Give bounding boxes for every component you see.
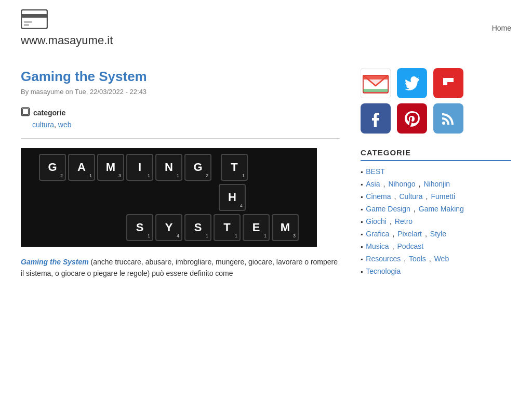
category-links: cultura, web	[32, 121, 340, 129]
sidebar-cat-giochi: Giochi, Retro	[361, 217, 511, 225]
tile-G1: G2	[39, 154, 66, 181]
categories-label: categorie	[33, 109, 65, 117]
site-header: www.masayume.it Home	[0, 0, 532, 52]
svg-rect-12	[363, 89, 388, 92]
tile-S1: S1	[126, 214, 153, 241]
svg-rect-5	[23, 109, 29, 115]
site-nav: Home	[492, 24, 511, 33]
sidebar-cat-link-resources[interactable]: Resources	[366, 255, 401, 263]
sidebar-categories-title: CATEGORIE	[361, 148, 511, 161]
tile-A: A1	[68, 154, 95, 181]
sidebar-categories: CATEGORIE BEST Asia, Nihongo, Nihonjin C…	[361, 148, 511, 275]
article-image: G2 A1 M3 I1 N1 G2 T1 H4 S1 Y4	[21, 148, 317, 247]
sidebar-cat-link-asia[interactable]: Asia	[366, 180, 380, 188]
sidebar-cat-link-giochi[interactable]: Giochi	[366, 217, 387, 225]
tile-M2: M3	[272, 214, 299, 241]
sidebar-cat-link-grafica[interactable]: Grafica	[366, 230, 389, 238]
svg-rect-2	[24, 21, 32, 23]
category-link-cultura[interactable]: cultura	[32, 121, 54, 129]
sidebar-cat-link-nihongo[interactable]: Nihongo	[388, 180, 415, 188]
article-categories: categorie	[21, 107, 340, 118]
logo-area: www.masayume.it	[21, 9, 113, 47]
nav-home[interactable]: Home	[492, 24, 511, 32]
scrabble-row-h: H4	[219, 184, 246, 211]
social-icon-pinterest[interactable]	[397, 103, 427, 134]
sidebar-cat-link-best[interactable]: BEST	[366, 167, 385, 176]
tile-I: I1	[126, 154, 153, 181]
social-icon-flipboard[interactable]	[433, 68, 463, 98]
sidebar-cat-link-gamedesign[interactable]: Game Design	[366, 205, 410, 213]
svg-point-14	[442, 122, 445, 125]
categories-icon	[21, 107, 30, 118]
sidebar-cat-link-retro[interactable]: Retro	[395, 217, 413, 225]
article-title: Gaming the System	[21, 68, 340, 85]
social-grid	[361, 68, 511, 134]
sidebar-cat-link-gamemaking[interactable]: Game Making	[419, 205, 464, 213]
sidebar-cat-gamedesign: Game Design, Game Making	[361, 205, 511, 213]
article-divider	[21, 138, 340, 139]
sidebar-cat-link-cinema[interactable]: Cinema	[366, 192, 391, 201]
article-text-title: Gaming the System	[21, 258, 89, 266]
site-url: www.masayume.it	[21, 34, 113, 47]
sidebar-cat-link-pixelart[interactable]: Pixelart	[397, 230, 422, 238]
social-icon-rss[interactable]	[433, 103, 463, 134]
article-title-link[interactable]: Gaming the System	[21, 69, 147, 84]
sidebar-category-list: BEST Asia, Nihongo, Nihonjin Cinema, Cul…	[361, 167, 511, 275]
sidebar-cat-tecnologia: Tecnologia	[361, 267, 511, 275]
sidebar-cat-link-podcast[interactable]: Podcast	[397, 242, 424, 250]
sidebar-cat-link-nihonjin[interactable]: Nihonjin	[423, 180, 450, 188]
svg-rect-1	[21, 14, 47, 18]
tile-Y: Y4	[155, 214, 182, 241]
sidebar: CATEGORIE BEST Asia, Nihongo, Nihonjin C…	[361, 68, 511, 280]
tile-H: H4	[219, 184, 246, 211]
sidebar-cat-link-tecnologia[interactable]: Tecnologia	[366, 267, 401, 275]
scrabble-row-1: G2 A1 M3 I1 N1 G2 T1	[39, 154, 248, 181]
scrabble-row-2: S1 Y4 S1 T1 E1 M3	[126, 214, 299, 241]
sidebar-cat-link-tools[interactable]: Tools	[409, 255, 426, 263]
tile-S2: S1	[184, 214, 211, 241]
sidebar-cat-grafica: Grafica, Pixelart, Style	[361, 230, 511, 238]
social-icon-facebook[interactable]	[361, 103, 391, 134]
article-text: Gaming the System (anche truccare, abusa…	[21, 256, 340, 280]
category-link-web[interactable]: web	[58, 121, 72, 129]
sidebar-cat-best: BEST	[361, 167, 511, 176]
sidebar-cat-musica: Musica, Podcast	[361, 242, 511, 250]
sidebar-cat-asia: Asia, Nihongo, Nihonjin	[361, 180, 511, 188]
article-meta: By masayume on Tue, 22/03/2022 - 22:43	[21, 88, 340, 96]
tile-N: N1	[155, 154, 182, 181]
tile-T2: T1	[214, 214, 241, 241]
sidebar-cat-link-musica[interactable]: Musica	[366, 242, 389, 250]
social-icon-gmail[interactable]	[361, 68, 391, 98]
logo-icon	[21, 9, 113, 33]
sidebar-cat-link-cultura[interactable]: Cultura	[399, 192, 422, 201]
tile-T1: T1	[221, 154, 248, 181]
sidebar-cat-link-style[interactable]: Style	[430, 230, 446, 238]
sidebar-cat-cinema: Cinema, Cultura, Fumetti	[361, 192, 511, 201]
sidebar-cat-resources: Resources, Tools, Web	[361, 255, 511, 263]
svg-rect-3	[24, 24, 29, 26]
svg-rect-11	[363, 75, 388, 79]
main-content: Gaming the System By masayume on Tue, 22…	[21, 68, 340, 280]
tile-E: E1	[243, 214, 270, 241]
social-icon-twitter[interactable]	[397, 68, 427, 98]
sidebar-cat-link-web[interactable]: Web	[434, 255, 449, 263]
tile-M1: M3	[97, 154, 124, 181]
sidebar-cat-link-fumetti[interactable]: Fumetti	[431, 192, 455, 201]
page-wrapper: Gaming the System By masayume on Tue, 22…	[0, 52, 532, 300]
tile-G2: G2	[184, 154, 211, 181]
